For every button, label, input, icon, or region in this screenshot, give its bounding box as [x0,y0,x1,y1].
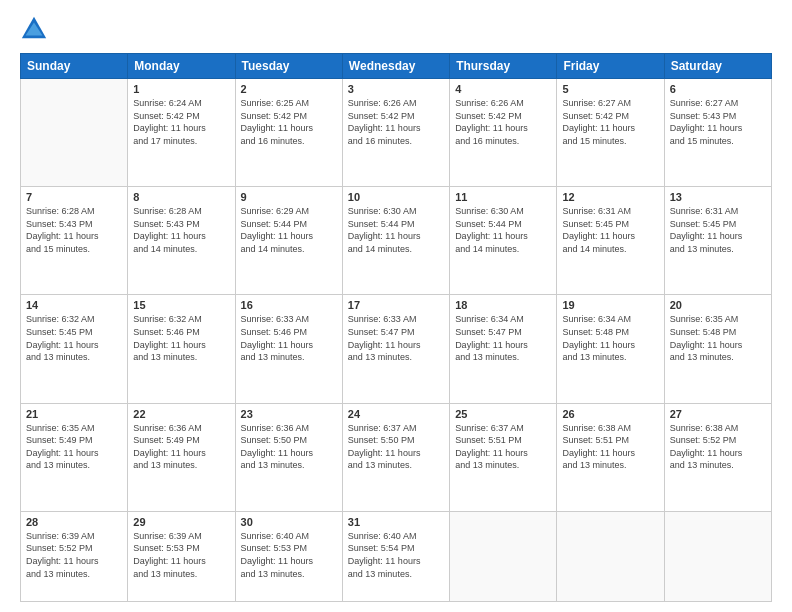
day-info: Sunrise: 6:33 AM Sunset: 5:46 PM Dayligh… [241,313,337,363]
day-number: 22 [133,408,229,420]
day-info: Sunrise: 6:37 AM Sunset: 5:51 PM Dayligh… [455,422,551,472]
day-info: Sunrise: 6:38 AM Sunset: 5:52 PM Dayligh… [670,422,766,472]
calendar-cell: 2Sunrise: 6:25 AM Sunset: 5:42 PM Daylig… [235,79,342,187]
calendar-cell: 15Sunrise: 6:32 AM Sunset: 5:46 PM Dayli… [128,295,235,403]
calendar-cell: 1Sunrise: 6:24 AM Sunset: 5:42 PM Daylig… [128,79,235,187]
day-number: 27 [670,408,766,420]
calendar-header-monday: Monday [128,54,235,79]
day-info: Sunrise: 6:30 AM Sunset: 5:44 PM Dayligh… [348,205,444,255]
day-info: Sunrise: 6:26 AM Sunset: 5:42 PM Dayligh… [455,97,551,147]
logo-icon [20,15,48,43]
day-number: 10 [348,191,444,203]
day-info: Sunrise: 6:39 AM Sunset: 5:52 PM Dayligh… [26,530,122,580]
day-number: 31 [348,516,444,528]
day-number: 24 [348,408,444,420]
calendar-cell: 23Sunrise: 6:36 AM Sunset: 5:50 PM Dayli… [235,403,342,511]
day-info: Sunrise: 6:38 AM Sunset: 5:51 PM Dayligh… [562,422,658,472]
calendar-cell: 12Sunrise: 6:31 AM Sunset: 5:45 PM Dayli… [557,187,664,295]
day-info: Sunrise: 6:40 AM Sunset: 5:53 PM Dayligh… [241,530,337,580]
calendar-table: SundayMondayTuesdayWednesdayThursdayFrid… [20,53,772,602]
calendar-cell: 30Sunrise: 6:40 AM Sunset: 5:53 PM Dayli… [235,511,342,601]
calendar-header-tuesday: Tuesday [235,54,342,79]
day-number: 16 [241,299,337,311]
day-number: 7 [26,191,122,203]
day-number: 17 [348,299,444,311]
day-info: Sunrise: 6:26 AM Sunset: 5:42 PM Dayligh… [348,97,444,147]
day-info: Sunrise: 6:32 AM Sunset: 5:45 PM Dayligh… [26,313,122,363]
calendar-cell: 9Sunrise: 6:29 AM Sunset: 5:44 PM Daylig… [235,187,342,295]
calendar-cell: 7Sunrise: 6:28 AM Sunset: 5:43 PM Daylig… [21,187,128,295]
day-info: Sunrise: 6:25 AM Sunset: 5:42 PM Dayligh… [241,97,337,147]
calendar-week-3: 14Sunrise: 6:32 AM Sunset: 5:45 PM Dayli… [21,295,772,403]
calendar-cell: 6Sunrise: 6:27 AM Sunset: 5:43 PM Daylig… [664,79,771,187]
day-info: Sunrise: 6:31 AM Sunset: 5:45 PM Dayligh… [670,205,766,255]
day-info: Sunrise: 6:27 AM Sunset: 5:43 PM Dayligh… [670,97,766,147]
calendar-cell: 18Sunrise: 6:34 AM Sunset: 5:47 PM Dayli… [450,295,557,403]
day-info: Sunrise: 6:31 AM Sunset: 5:45 PM Dayligh… [562,205,658,255]
calendar-week-1: 1Sunrise: 6:24 AM Sunset: 5:42 PM Daylig… [21,79,772,187]
day-info: Sunrise: 6:36 AM Sunset: 5:50 PM Dayligh… [241,422,337,472]
day-info: Sunrise: 6:29 AM Sunset: 5:44 PM Dayligh… [241,205,337,255]
day-number: 21 [26,408,122,420]
calendar-header-saturday: Saturday [664,54,771,79]
day-info: Sunrise: 6:35 AM Sunset: 5:48 PM Dayligh… [670,313,766,363]
calendar-header-friday: Friday [557,54,664,79]
day-number: 3 [348,83,444,95]
calendar-cell: 16Sunrise: 6:33 AM Sunset: 5:46 PM Dayli… [235,295,342,403]
calendar-cell: 11Sunrise: 6:30 AM Sunset: 5:44 PM Dayli… [450,187,557,295]
day-number: 8 [133,191,229,203]
calendar-header-thursday: Thursday [450,54,557,79]
calendar-cell: 24Sunrise: 6:37 AM Sunset: 5:50 PM Dayli… [342,403,449,511]
day-number: 29 [133,516,229,528]
day-number: 25 [455,408,551,420]
calendar-cell: 3Sunrise: 6:26 AM Sunset: 5:42 PM Daylig… [342,79,449,187]
calendar-cell [21,79,128,187]
day-number: 19 [562,299,658,311]
day-number: 15 [133,299,229,311]
day-info: Sunrise: 6:35 AM Sunset: 5:49 PM Dayligh… [26,422,122,472]
calendar-cell: 20Sunrise: 6:35 AM Sunset: 5:48 PM Dayli… [664,295,771,403]
page: SundayMondayTuesdayWednesdayThursdayFrid… [0,0,792,612]
calendar-cell: 26Sunrise: 6:38 AM Sunset: 5:51 PM Dayli… [557,403,664,511]
day-info: Sunrise: 6:34 AM Sunset: 5:48 PM Dayligh… [562,313,658,363]
calendar-cell: 21Sunrise: 6:35 AM Sunset: 5:49 PM Dayli… [21,403,128,511]
day-info: Sunrise: 6:33 AM Sunset: 5:47 PM Dayligh… [348,313,444,363]
day-number: 28 [26,516,122,528]
day-info: Sunrise: 6:28 AM Sunset: 5:43 PM Dayligh… [133,205,229,255]
calendar-cell: 22Sunrise: 6:36 AM Sunset: 5:49 PM Dayli… [128,403,235,511]
calendar-cell: 28Sunrise: 6:39 AM Sunset: 5:52 PM Dayli… [21,511,128,601]
day-info: Sunrise: 6:36 AM Sunset: 5:49 PM Dayligh… [133,422,229,472]
day-number: 6 [670,83,766,95]
day-info: Sunrise: 6:34 AM Sunset: 5:47 PM Dayligh… [455,313,551,363]
calendar-cell: 14Sunrise: 6:32 AM Sunset: 5:45 PM Dayli… [21,295,128,403]
day-number: 11 [455,191,551,203]
calendar-cell: 13Sunrise: 6:31 AM Sunset: 5:45 PM Dayli… [664,187,771,295]
calendar-cell [450,511,557,601]
day-info: Sunrise: 6:40 AM Sunset: 5:54 PM Dayligh… [348,530,444,580]
day-number: 1 [133,83,229,95]
day-number: 20 [670,299,766,311]
logo [20,15,50,43]
day-number: 5 [562,83,658,95]
day-info: Sunrise: 6:24 AM Sunset: 5:42 PM Dayligh… [133,97,229,147]
calendar-cell: 31Sunrise: 6:40 AM Sunset: 5:54 PM Dayli… [342,511,449,601]
calendar-cell: 10Sunrise: 6:30 AM Sunset: 5:44 PM Dayli… [342,187,449,295]
day-info: Sunrise: 6:30 AM Sunset: 5:44 PM Dayligh… [455,205,551,255]
day-info: Sunrise: 6:32 AM Sunset: 5:46 PM Dayligh… [133,313,229,363]
calendar-header-sunday: Sunday [21,54,128,79]
day-number: 23 [241,408,337,420]
day-number: 18 [455,299,551,311]
calendar-cell [664,511,771,601]
calendar-week-5: 28Sunrise: 6:39 AM Sunset: 5:52 PM Dayli… [21,511,772,601]
day-number: 9 [241,191,337,203]
calendar-cell: 29Sunrise: 6:39 AM Sunset: 5:53 PM Dayli… [128,511,235,601]
day-number: 12 [562,191,658,203]
day-number: 4 [455,83,551,95]
calendar-week-4: 21Sunrise: 6:35 AM Sunset: 5:49 PM Dayli… [21,403,772,511]
header [20,15,772,43]
calendar-cell: 27Sunrise: 6:38 AM Sunset: 5:52 PM Dayli… [664,403,771,511]
day-number: 13 [670,191,766,203]
calendar-header-wednesday: Wednesday [342,54,449,79]
day-number: 14 [26,299,122,311]
day-number: 2 [241,83,337,95]
